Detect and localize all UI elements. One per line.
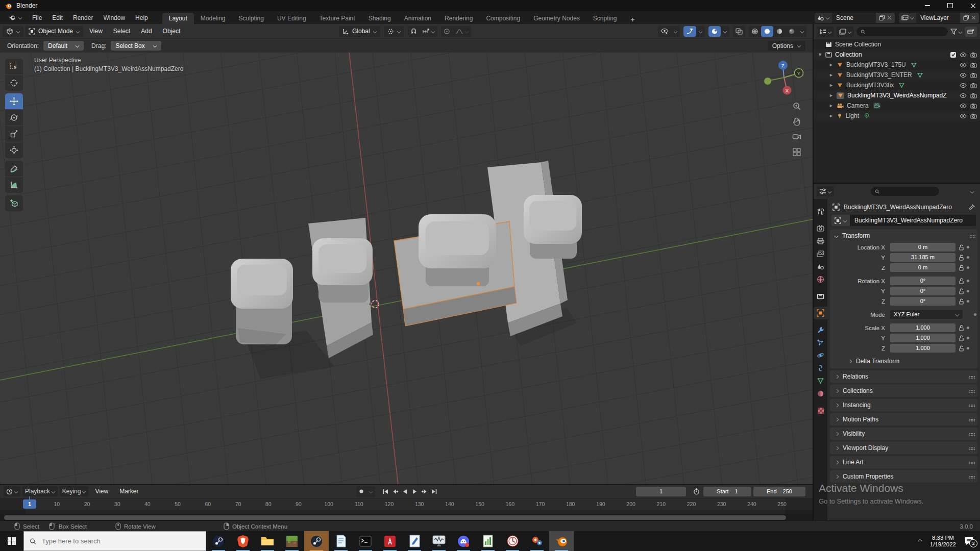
row-mesh-enter[interactable]: ► BuckingMT3V3_ENTER xyxy=(814,70,980,80)
location-z-field[interactable]: 0 m xyxy=(890,263,955,272)
rotation-x-field[interactable]: 0° xyxy=(890,277,955,285)
scale-x-field[interactable]: 1.000 xyxy=(890,323,955,332)
tab-world[interactable] xyxy=(814,273,827,286)
move-tool[interactable] xyxy=(5,93,23,109)
animate-dot[interactable] xyxy=(967,337,969,339)
start-button[interactable] xyxy=(0,531,23,551)
taskbar-icon-steam-active[interactable] xyxy=(304,531,329,551)
taskbar-search[interactable] xyxy=(23,531,206,551)
taskbar-icon-audio-monitor[interactable] xyxy=(427,531,451,551)
viewport-canvas[interactable]: User Perspective (1) Collection | Buckli… xyxy=(0,53,813,484)
tab-physics[interactable] xyxy=(814,349,827,362)
unlink-scene-icon[interactable] xyxy=(887,15,892,20)
tab-tool[interactable] xyxy=(814,205,827,218)
tab-compositing[interactable]: Compositing xyxy=(479,13,527,24)
taskbar-icon-notepad[interactable] xyxy=(329,531,353,551)
viewlayer-selector[interactable]: ViewLayer xyxy=(899,13,979,23)
mode-selector[interactable]: Object Mode xyxy=(25,26,83,37)
transform-panel-header[interactable]: Transform xyxy=(830,230,977,242)
rotation-y-field[interactable]: 0° xyxy=(890,287,955,295)
transform-orientation-selector[interactable]: Global xyxy=(339,26,380,37)
tab-shading[interactable]: Shading xyxy=(362,13,398,24)
object-name-field[interactable]: BucklingMT3V3_WeirdAssNumpadZero xyxy=(850,215,976,226)
row-collection[interactable]: ▼ Collection xyxy=(814,49,980,60)
lock-icon[interactable] xyxy=(955,265,967,271)
taskbar-icon-fl-gears[interactable] xyxy=(525,531,549,551)
current-frame-field[interactable]: 1 xyxy=(636,487,686,496)
delta-transform-subpanel[interactable]: Delta Transform xyxy=(830,354,977,365)
model-weirdassnumpadzero[interactable] xyxy=(394,214,517,326)
shading-rendered-icon[interactable] xyxy=(786,26,798,37)
section-line-art[interactable]: Line Art xyxy=(830,456,977,468)
outliner-display-mode[interactable] xyxy=(817,27,834,37)
scale-tool[interactable] xyxy=(5,126,23,142)
gizmo-dropdown[interactable] xyxy=(696,26,705,37)
timeline-editor-type[interactable] xyxy=(4,486,20,496)
measure-tool[interactable] xyxy=(5,177,23,193)
orientation-setting-dropdown[interactable]: Default xyxy=(43,41,84,51)
tab-uv-editing[interactable]: UV Editing xyxy=(271,13,313,24)
menu-render[interactable]: Render xyxy=(68,13,98,23)
options-dropdown[interactable]: Options xyxy=(768,41,805,51)
tab-modifiers[interactable] xyxy=(814,323,827,336)
section-collections[interactable]: Collections xyxy=(830,385,977,397)
tab-rendering[interactable]: Rendering xyxy=(438,13,479,24)
object-name-icon[interactable] xyxy=(831,215,850,226)
render-visibility-icon[interactable] xyxy=(970,62,977,68)
taskbar-search-input[interactable] xyxy=(41,537,200,545)
overlays-dropdown[interactable] xyxy=(721,26,729,37)
scene-selector[interactable]: Scene xyxy=(815,13,895,23)
lock-icon[interactable] xyxy=(955,325,967,331)
current-frame-badge[interactable]: 1 xyxy=(23,499,36,509)
tab-output[interactable] xyxy=(814,235,827,247)
expand-icon[interactable]: ► xyxy=(829,113,834,118)
taskbar-icon-chart-doc[interactable] xyxy=(476,531,500,551)
section-custom-properties[interactable]: Custom Properties xyxy=(830,470,977,483)
animate-dot[interactable] xyxy=(967,246,969,248)
tab-sculpting[interactable]: Sculpting xyxy=(232,13,271,24)
pivot-point-button[interactable] xyxy=(384,26,404,37)
section-motion-paths[interactable]: Motion Paths xyxy=(830,413,977,425)
timeline-view-menu[interactable]: View xyxy=(90,488,113,495)
lock-icon[interactable] xyxy=(955,278,967,284)
navigation-gizmo[interactable]: Z Y X xyxy=(755,57,812,106)
toggle-ortho-icon[interactable] xyxy=(792,147,801,157)
start-frame-field[interactable]: Start1 xyxy=(703,487,751,496)
new-viewlayer-icon[interactable] xyxy=(963,15,969,21)
annotate-tool[interactable] xyxy=(5,161,23,177)
viewport-menu-add[interactable]: Add xyxy=(136,28,156,35)
tab-geometry-nodes[interactable]: Geometry Nodes xyxy=(527,13,586,24)
expand-icon[interactable]: ► xyxy=(829,62,834,67)
tab-particles[interactable] xyxy=(814,336,827,349)
collapse-icon[interactable]: ▼ xyxy=(818,52,823,57)
proportional-edit-icon[interactable] xyxy=(441,26,453,37)
snap-magnet-icon[interactable] xyxy=(408,26,420,37)
menu-window[interactable]: Window xyxy=(98,13,130,23)
menu-file[interactable]: File xyxy=(27,13,47,23)
shading-wireframe-icon[interactable] xyxy=(749,26,761,37)
render-visibility-icon[interactable] xyxy=(970,93,977,98)
model-lone-keycap[interactable] xyxy=(231,259,293,344)
hide-eye-icon[interactable] xyxy=(960,83,967,88)
next-keyframe-button[interactable] xyxy=(420,487,429,496)
transform-tool[interactable] xyxy=(5,142,23,158)
jump-to-end-button[interactable] xyxy=(430,487,438,496)
panel-drag-handle[interactable] xyxy=(969,433,970,434)
taskbar-icon-minecraft[interactable] xyxy=(280,531,304,551)
hide-eye-icon[interactable] xyxy=(960,93,967,98)
timeline-marker-menu[interactable]: Marker xyxy=(115,488,143,495)
timeline-scrollbar-handle[interactable] xyxy=(4,515,786,520)
taskbar-icon-clock-app[interactable] xyxy=(500,531,525,551)
tab-collection-properties[interactable] xyxy=(814,290,827,303)
panel-drag-handle[interactable] xyxy=(969,447,970,448)
viewport-menu-select[interactable]: Select xyxy=(109,28,135,35)
tab-texture-paint[interactable]: Texture Paint xyxy=(313,13,362,24)
lock-icon[interactable] xyxy=(955,298,967,305)
tab-modeling[interactable]: Modeling xyxy=(194,13,232,24)
properties-editor-type[interactable] xyxy=(817,186,834,196)
add-cube-tool[interactable] xyxy=(5,195,23,211)
jump-to-start-button[interactable] xyxy=(381,487,390,496)
viewlayer-icon[interactable] xyxy=(899,13,916,23)
viewport-menu-object[interactable]: Object xyxy=(158,28,185,35)
keying-menu[interactable]: Keying xyxy=(60,486,89,496)
